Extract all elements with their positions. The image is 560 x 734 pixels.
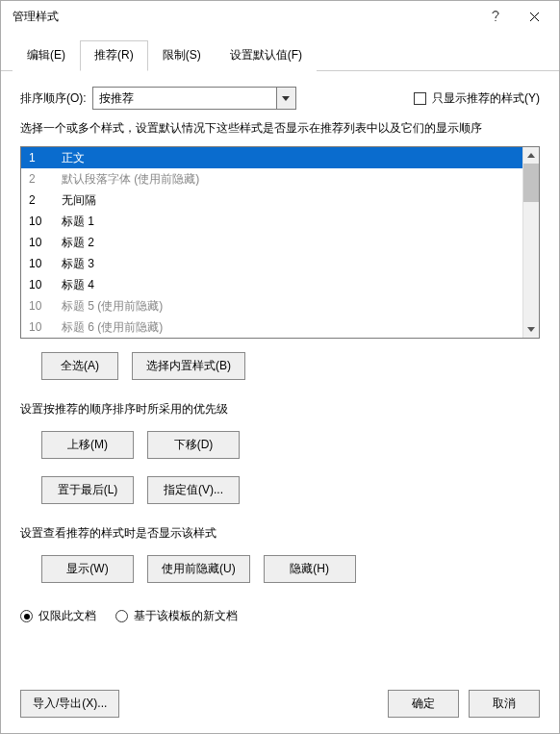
style-name: 标题 2: [62, 234, 94, 251]
style-list-item[interactable]: 1正文: [21, 147, 522, 168]
dialog-content: 排序顺序(O): 按推荐 只显示推荐的样式(Y) 选择一个或多个样式，设置默认情…: [1, 71, 559, 678]
style-list-item[interactable]: 10标题 6 (使用前隐藏): [21, 316, 522, 338]
tab-bar: 编辑(E) 推荐(R) 限制(S) 设置默认值(F): [1, 32, 559, 71]
import-export-button[interactable]: 导入/导出(X)...: [20, 690, 119, 718]
style-priority-number: 10: [29, 213, 62, 230]
radio-icon: [20, 610, 33, 622]
style-name: 标题 3: [62, 255, 94, 272]
style-name: 标题 1: [62, 213, 94, 230]
style-list-item[interactable]: 10标题 2: [21, 232, 522, 253]
style-list-item[interactable]: 10标题 5 (使用前隐藏): [21, 295, 522, 316]
style-name: 正文: [62, 149, 85, 166]
tab-edit[interactable]: 编辑(E): [13, 40, 80, 71]
style-priority-number: 1: [29, 149, 62, 166]
tab-setdefault[interactable]: 设置默认值(F): [216, 40, 317, 71]
move-up-button[interactable]: 上移(M): [41, 431, 134, 459]
close-button[interactable]: [515, 3, 553, 30]
styles-listbox[interactable]: 1正文2默认段落字体 (使用前隐藏)2无间隔10标题 110标题 210标题 3…: [20, 146, 540, 339]
sort-order-value: 按推荐: [99, 90, 276, 107]
sort-order-select[interactable]: 按推荐: [92, 87, 296, 110]
checkbox-icon: [414, 92, 426, 105]
only-show-label: 只显示推荐的样式(Y): [432, 90, 540, 107]
style-list-item[interactable]: 10标题 3: [21, 253, 522, 274]
select-builtin-button[interactable]: 选择内置样式(B): [132, 352, 245, 380]
style-list-item[interactable]: 10标题 7 (使用前隐藏): [21, 338, 522, 339]
select-all-button[interactable]: 全选(A): [41, 352, 118, 380]
style-name: 标题 4: [62, 276, 94, 293]
scrollbar[interactable]: [522, 147, 539, 338]
scroll-thumb[interactable]: [523, 164, 539, 202]
radio-template-label: 基于该模板的新文档: [134, 608, 238, 624]
tab-restrict[interactable]: 限制(S): [148, 40, 216, 71]
show-label: 设置查看推荐的样式时是否显示该样式: [20, 525, 540, 542]
hide-button[interactable]: 隐藏(H): [264, 555, 356, 583]
style-name: 标题 5 (使用前隐藏): [62, 297, 163, 315]
radio-this-document[interactable]: 仅限此文档: [20, 608, 96, 624]
only-show-recommended-checkbox[interactable]: 只显示推荐的样式(Y): [414, 90, 540, 107]
scroll-down-icon[interactable]: [523, 321, 539, 338]
move-last-button[interactable]: 置于最后(L): [41, 476, 134, 504]
window-title: 管理样式: [13, 9, 476, 25]
style-name: 无间隔: [62, 191, 96, 209]
tab-recommend[interactable]: 推荐(R): [80, 40, 148, 71]
sort-row: 排序顺序(O): 按推荐 只显示推荐的样式(Y): [20, 87, 540, 110]
cancel-button[interactable]: 取消: [469, 690, 540, 718]
sort-label: 排序顺序(O):: [20, 90, 87, 107]
description-text: 选择一个或多个样式，设置默认情况下这些样式是否显示在推荐列表中以及它们的显示顺序: [20, 119, 540, 137]
radio-doc-label: 仅限此文档: [38, 608, 96, 624]
help-button[interactable]: [476, 3, 515, 30]
set-value-button[interactable]: 指定值(V)...: [147, 476, 240, 504]
ok-button[interactable]: 确定: [388, 690, 459, 718]
style-list-item[interactable]: 10标题 1: [21, 211, 522, 232]
style-priority-number: 10: [29, 297, 62, 315]
style-priority-number: 2: [29, 170, 62, 188]
style-name: 默认段落字体 (使用前隐藏): [62, 170, 199, 188]
scroll-up-icon[interactable]: [523, 147, 539, 164]
style-list-item[interactable]: 2默认段落字体 (使用前隐藏): [21, 168, 522, 190]
style-list-item[interactable]: 10标题 4: [21, 274, 522, 295]
radio-template[interactable]: 基于该模板的新文档: [115, 608, 238, 624]
hide-until-used-button[interactable]: 使用前隐藏(U): [147, 555, 250, 583]
dropdown-icon: [276, 88, 295, 109]
style-priority-number: 10: [29, 276, 62, 293]
dialog-footer: 导入/导出(X)... 确定 取消: [1, 678, 559, 733]
move-down-button[interactable]: 下移(D): [147, 431, 240, 459]
style-priority-number: 2: [29, 191, 62, 209]
radio-icon: [115, 610, 128, 622]
style-priority-number: 10: [29, 318, 62, 336]
style-name: 标题 6 (使用前隐藏): [62, 318, 163, 336]
title-bar: 管理样式: [1, 1, 559, 32]
style-list-item[interactable]: 2无间隔: [21, 190, 522, 211]
show-button[interactable]: 显示(W): [41, 555, 134, 583]
style-priority-number: 10: [29, 255, 62, 272]
priority-label: 设置按推荐的顺序排序时所采用的优先级: [20, 401, 540, 418]
style-priority-number: 10: [29, 234, 62, 251]
manage-styles-dialog: 管理样式 编辑(E) 推荐(R) 限制(S) 设置默认值(F) 排序顺序(O):…: [0, 0, 560, 734]
scroll-track[interactable]: [523, 164, 539, 321]
